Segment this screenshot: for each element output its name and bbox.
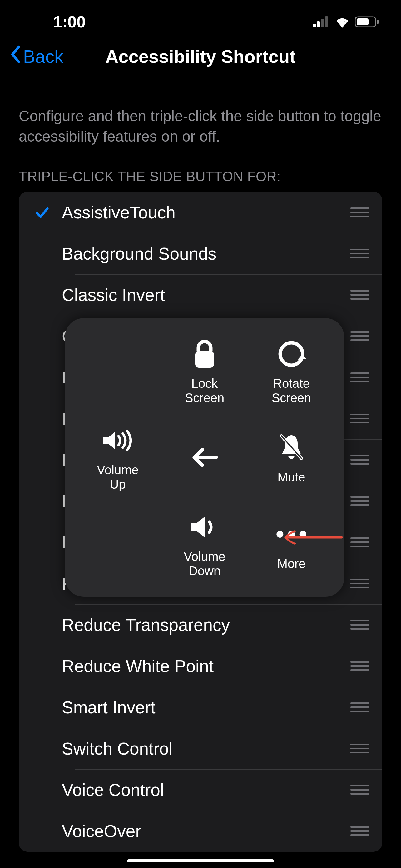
check-slot bbox=[28, 205, 56, 220]
at-back[interactable] bbox=[161, 414, 248, 501]
reorder-handle[interactable] bbox=[350, 496, 370, 506]
lock-icon bbox=[188, 337, 222, 371]
at-more[interactable]: More bbox=[248, 501, 335, 587]
row-label: Reduce White Point bbox=[62, 656, 350, 676]
reorder-handle[interactable] bbox=[350, 744, 370, 753]
reorder-handle[interactable] bbox=[350, 455, 370, 465]
reorder-handle[interactable] bbox=[350, 620, 370, 629]
status-icons bbox=[313, 16, 379, 28]
at-volume-down-label: Volume Down bbox=[183, 549, 225, 578]
svg-rect-2 bbox=[321, 19, 324, 28]
reorder-handle[interactable] bbox=[350, 537, 370, 547]
row-label: Classic Invert bbox=[62, 285, 350, 305]
svg-point-14 bbox=[288, 531, 295, 538]
reorder-handle[interactable] bbox=[350, 249, 370, 258]
svg-point-15 bbox=[300, 531, 306, 538]
more-icon bbox=[274, 517, 308, 552]
at-mute[interactable]: Mute bbox=[248, 414, 335, 501]
reorder-handle[interactable] bbox=[350, 372, 370, 382]
row-label: AssistiveTouch bbox=[62, 203, 350, 222]
shortcut-row[interactable]: AssistiveTouch bbox=[19, 192, 382, 233]
arrow-left-icon bbox=[188, 440, 222, 475]
at-mute-label: Mute bbox=[278, 470, 305, 484]
mute-icon bbox=[274, 431, 308, 465]
svg-point-13 bbox=[276, 531, 283, 538]
wifi-icon bbox=[334, 16, 350, 28]
at-lock-screen-label: Lock Screen bbox=[185, 376, 225, 405]
reorder-handle[interactable] bbox=[350, 703, 370, 712]
reorder-handle[interactable] bbox=[350, 331, 370, 341]
at-blank bbox=[74, 328, 161, 414]
status-bar: 1:00 bbox=[0, 0, 401, 37]
chevron-left-icon bbox=[9, 45, 21, 68]
row-label: Background Sounds bbox=[62, 244, 350, 264]
svg-rect-3 bbox=[325, 16, 328, 28]
reorder-handle[interactable] bbox=[350, 414, 370, 423]
reorder-handle[interactable] bbox=[350, 661, 370, 671]
checkmark-icon bbox=[34, 205, 50, 220]
at-rotate-screen-label: Rotate Screen bbox=[272, 376, 311, 405]
cellular-icon bbox=[313, 16, 330, 28]
svg-rect-7 bbox=[195, 351, 214, 368]
row-label: VoiceOver bbox=[62, 821, 350, 841]
assistivetouch-menu: Lock Screen Rotate Screen Volume Up bbox=[65, 318, 344, 597]
rotate-icon bbox=[274, 337, 308, 371]
at-volume-down[interactable]: Volume Down bbox=[161, 501, 248, 587]
status-time: 1:00 bbox=[53, 12, 86, 31]
shortcut-row[interactable]: Classic Invert bbox=[19, 274, 382, 316]
row-label: Smart Invert bbox=[62, 698, 350, 717]
shortcut-row[interactable]: Reduce White Point bbox=[19, 646, 382, 687]
description-text: Configure and then triple-click the side… bbox=[19, 106, 382, 147]
svg-rect-1 bbox=[317, 21, 320, 28]
svg-rect-0 bbox=[313, 24, 316, 28]
reorder-handle[interactable] bbox=[350, 579, 370, 588]
svg-rect-5 bbox=[357, 19, 369, 25]
row-label: Switch Control bbox=[62, 739, 350, 758]
row-label: Reduce Transparency bbox=[62, 615, 350, 635]
at-more-label: More bbox=[277, 556, 305, 571]
reorder-handle[interactable] bbox=[350, 826, 370, 836]
battery-icon bbox=[355, 16, 379, 28]
nav-bar: Back Accessibility Shortcut bbox=[0, 37, 401, 75]
shortcut-row[interactable]: Switch Control bbox=[19, 728, 382, 769]
shortcut-row[interactable]: VoiceOver bbox=[19, 810, 382, 852]
at-blank-2 bbox=[74, 501, 161, 587]
reorder-handle[interactable] bbox=[350, 290, 370, 300]
reorder-handle[interactable] bbox=[350, 785, 370, 795]
shortcut-row[interactable]: Reduce Transparency bbox=[19, 604, 382, 646]
svg-rect-6 bbox=[377, 20, 378, 24]
home-indicator[interactable] bbox=[127, 859, 274, 862]
section-header: TRIPLE-CLICK THE SIDE BUTTON FOR: bbox=[19, 169, 382, 184]
volume-down-icon bbox=[188, 510, 222, 544]
shortcut-row[interactable]: Smart Invert bbox=[19, 687, 382, 728]
back-button[interactable]: Back bbox=[9, 45, 63, 68]
back-label: Back bbox=[23, 46, 63, 67]
shortcut-row[interactable]: Background Sounds bbox=[19, 233, 382, 274]
reorder-handle[interactable] bbox=[350, 208, 370, 217]
svg-point-8 bbox=[280, 343, 303, 365]
at-volume-up-label: Volume Up bbox=[97, 463, 138, 492]
svg-marker-9 bbox=[298, 354, 306, 360]
shortcut-row[interactable]: Voice Control bbox=[19, 769, 382, 810]
row-label: Voice Control bbox=[62, 780, 350, 800]
at-lock-screen[interactable]: Lock Screen bbox=[161, 328, 248, 414]
at-rotate-screen[interactable]: Rotate Screen bbox=[248, 328, 335, 414]
volume-up-icon bbox=[101, 423, 135, 458]
at-volume-up[interactable]: Volume Up bbox=[74, 414, 161, 501]
